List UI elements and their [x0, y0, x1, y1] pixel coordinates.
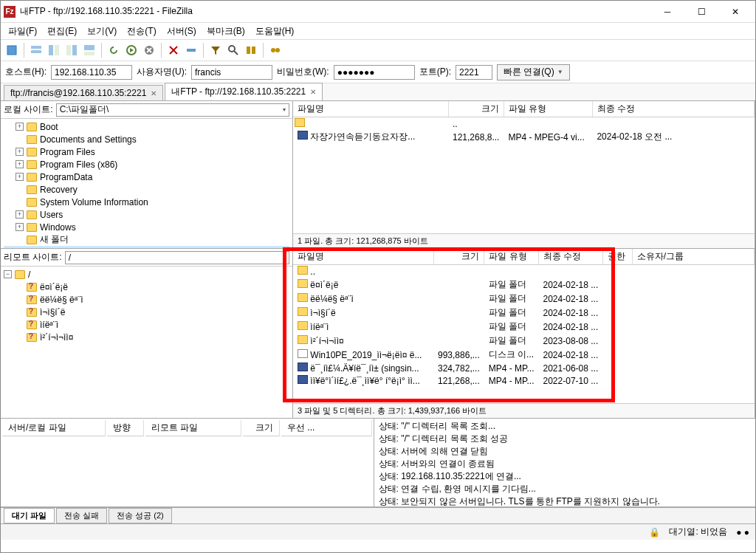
minimize-button[interactable]: ─ — [650, 1, 684, 22]
menu-file[interactable]: 파일(F) — [4, 24, 41, 39]
cancel-button[interactable] — [141, 42, 157, 58]
disconnect-button[interactable] — [165, 42, 182, 58]
svg-rect-5 — [66, 45, 71, 55]
tree-node[interactable]: +Boot — [4, 120, 289, 133]
maximize-button[interactable]: ☐ — [684, 1, 718, 22]
file-row[interactable]: .. — [293, 265, 755, 278]
col-size[interactable]: 크기 — [243, 420, 280, 436]
process-queue-button[interactable] — [123, 42, 140, 58]
remote-path-combo[interactable]: /▾ — [65, 251, 289, 264]
svg-rect-6 — [72, 45, 77, 55]
file-row[interactable]: ìì¥ë°ì´ìí£¿.ë¯¸ìì¥ë° í°ë¡ì° ìì...121,268… — [293, 374, 755, 387]
log-line: 상태: "/" 디렉터리 목록 조회... — [379, 420, 752, 433]
tree-node[interactable]: +Users — [4, 208, 289, 221]
remote-filelist[interactable]: 파일명 크기 파일 유형 최종 수정 권한 소유자/그룹 .. ë¤ì´ë¡ë파… — [293, 249, 755, 403]
col-name[interactable]: 파일명 — [293, 101, 448, 117]
close-tab-icon[interactable]: ✕ — [151, 89, 157, 97]
user-input[interactable] — [191, 65, 272, 80]
tree-node[interactable]: +ProgramData — [4, 171, 289, 183]
tree-node[interactable]: ì¬ì§í´ë — [4, 306, 289, 318]
message-log[interactable]: 상태: "/" 디렉터리 목록 조회...상태: "/" 디렉터리 목록 조회 … — [374, 419, 756, 506]
tree-node[interactable]: ìíëª¨ì — [4, 318, 289, 331]
remote-files-pane: 파일명 크기 파일 유형 최종 수정 권한 소유자/그룹 .. ë¤ì´ë¡ë파… — [293, 249, 755, 418]
menu-view[interactable]: 보기(V) — [83, 24, 121, 39]
col-prio[interactable]: 우선 ... — [281, 420, 372, 436]
tab-failed[interactable]: 전송 실패 — [56, 508, 107, 523]
menu-transfer[interactable]: 전송(T) — [123, 24, 160, 39]
pass-input[interactable] — [334, 65, 415, 80]
refresh-button[interactable] — [106, 42, 122, 58]
tree-node[interactable]: ë¤ì´ë¡ë — [4, 281, 289, 293]
col-type[interactable]: 파일 유형 — [484, 249, 539, 265]
search-button[interactable] — [267, 42, 284, 58]
tab-success[interactable]: 전송 성공 (2) — [109, 508, 172, 523]
connection-tabs: ftp://francis@192.168.110.35:2221✕ 내FTP … — [1, 83, 755, 101]
col-dir[interactable]: 방향 — [107, 420, 144, 436]
col-modified[interactable]: 최종 수정 — [539, 249, 603, 265]
log-line: 상태: 서버와의 연결이 종료됨 — [379, 458, 752, 470]
file-row[interactable]: ì¬ì§í´ë파일 폴더2024-02-18 ... — [293, 306, 755, 320]
toggle-log-button[interactable] — [28, 42, 44, 58]
tree-node[interactable]: ì²´í¬ì¬ìì¤ — [4, 331, 289, 343]
remote-tree[interactable]: −/ë¤ì´ë¡ëëë¼ë§ ëª¨ìì¬ì§í´ëìíëª¨ìì²´í¬ì¬ì… — [1, 267, 292, 418]
menu-server[interactable]: 서버(S) — [162, 24, 201, 39]
file-row[interactable]: ë¯¸íì£¼.Ä¥íë¯¸íì± (singsin...324,782,...… — [293, 362, 755, 374]
filter-button[interactable] — [207, 42, 224, 58]
queue-status: 대기열: 비었음 — [669, 526, 727, 538]
col-owner[interactable]: 소유자/그룹 — [632, 249, 754, 265]
sync-button[interactable] — [243, 42, 259, 58]
svg-point-16 — [275, 48, 280, 52]
file-row[interactable]: ë¤ì´ë¡ë파일 폴더2024-02-18 ... — [293, 278, 755, 292]
tab-connection-1[interactable]: 내FTP - ftp://192.168.110.35:2221✕ — [165, 83, 323, 100]
remote-upper-filelist[interactable]: 파일명 크기 파일 유형 최종 수정 .. 자장가연속듣기동요자장...121,… — [293, 101, 755, 233]
transfer-queue[interactable]: 서버/로컬 파일 방향 리모트 파일 크기 우선 ... — [1, 419, 374, 506]
sitemanager-button[interactable] — [4, 42, 20, 58]
close-tab-icon[interactable]: ✕ — [310, 88, 316, 96]
col-server[interactable]: 서버/로컬 파일 — [2, 420, 106, 436]
menu-edit[interactable]: 편집(E) — [43, 24, 81, 39]
toggle-queue-button[interactable] — [81, 42, 97, 58]
menu-help[interactable]: 도움말(H) — [251, 24, 299, 39]
toggle-remote-tree-button[interactable] — [63, 42, 80, 58]
tree-node[interactable]: 파일폴더 — [4, 246, 289, 248]
tab-connection-0[interactable]: ftp://francis@192.168.110.35:2221✕ — [4, 85, 163, 100]
lock-icon: 🔒 — [649, 527, 660, 537]
menu-bookmarks[interactable]: 북마크(B) — [202, 24, 250, 39]
tree-node[interactable]: +Program Files — [4, 145, 289, 158]
col-modified[interactable]: 최종 수정 — [592, 101, 754, 117]
col-name[interactable]: 파일명 — [293, 249, 433, 265]
file-row[interactable]: Win10PE_2019_ìì¬ë¡ëì¤ ë...993,886,...디스크… — [293, 348, 755, 362]
quick-connect-button[interactable]: 빠른 연결(Q)▼ — [497, 64, 570, 80]
close-button[interactable]: ✕ — [718, 1, 752, 22]
file-row[interactable]: 자장가연속듣기동요자장...121,268,8...MP4 - MPEG-4 v… — [293, 130, 755, 144]
tree-node[interactable]: Documents and Settings — [4, 133, 289, 145]
svg-rect-14 — [252, 47, 255, 54]
col-type[interactable]: 파일 유형 — [504, 101, 592, 117]
compare-button[interactable] — [225, 42, 241, 58]
file-row[interactable]: ì²´í¬ì¬ìì¤파일 폴더2023-08-08 ... — [293, 334, 755, 348]
port-input[interactable] — [456, 65, 492, 80]
tree-node[interactable]: System Volume Information — [4, 196, 289, 208]
host-label: 호스트(H): — [5, 66, 47, 78]
col-size[interactable]: 크기 — [448, 101, 504, 117]
tree-node[interactable]: +Windows — [4, 221, 289, 233]
tree-node[interactable]: ëë¼ë§ ëª¨ì — [4, 293, 289, 306]
menu-bar: 파일(F) 편집(E) 보기(V) 전송(T) 서버(S) 북마크(B) 도움말… — [1, 23, 755, 39]
tab-queue[interactable]: 대기 파일 — [4, 508, 55, 523]
tree-node[interactable]: +Program Files (x86) — [4, 158, 289, 171]
reconnect-button[interactable] — [183, 42, 199, 58]
window-title: 내FTP - ftp://192.168.110.35:2221 - FileZ… — [20, 5, 650, 18]
tree-node[interactable]: Recovery — [4, 183, 289, 196]
svg-point-12 — [229, 46, 235, 52]
col-remote[interactable]: 리모트 파일 — [145, 420, 241, 436]
tree-node[interactable]: −/ — [4, 268, 289, 281]
local-path-combo[interactable]: C:\파일폴더\▾ — [56, 103, 289, 117]
toggle-local-tree-button[interactable] — [46, 42, 62, 58]
col-perm[interactable]: 권한 — [602, 249, 632, 265]
tree-node[interactable]: 새 폴더 — [4, 233, 289, 246]
file-row[interactable]: ëë¼ë§ ëª¨ì파일 폴더2024-02-18 ... — [293, 292, 755, 306]
col-size[interactable]: 크기 — [433, 249, 484, 265]
local-tree[interactable]: +BootDocuments and Settings+Program File… — [1, 119, 292, 248]
host-input[interactable] — [51, 65, 132, 80]
file-row[interactable]: ìíëª¨ì파일 폴더2024-02-18 ... — [293, 320, 755, 334]
